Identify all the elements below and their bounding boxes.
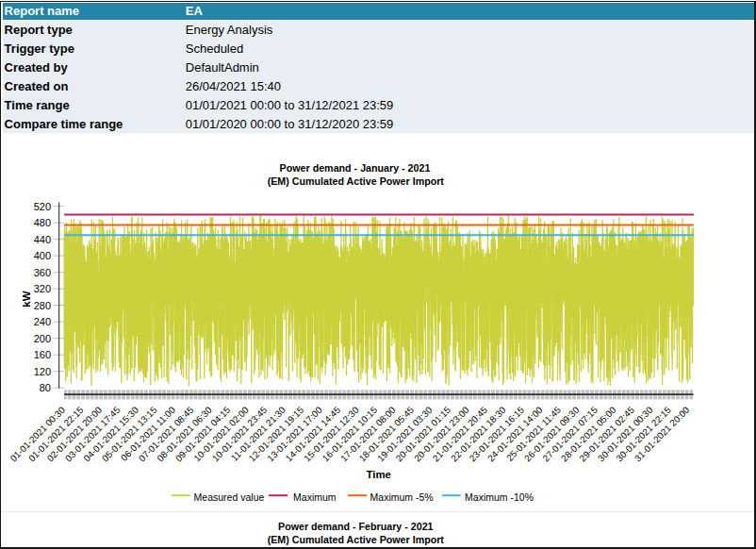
svg-text:160: 160: [34, 349, 51, 360]
svg-text:kW: kW: [21, 291, 32, 307]
svg-text:240: 240: [34, 316, 51, 327]
svg-text:320: 320: [34, 283, 51, 294]
svg-text:Power demand - February - 2021: Power demand - February - 2021: [278, 521, 434, 532]
svg-text:(EM) Cumulated Active Power Im: (EM) Cumulated Active Power Import: [268, 534, 445, 545]
svg-text:360: 360: [34, 266, 51, 277]
svg-text:Maximum: Maximum: [293, 491, 337, 503]
svg-text:520: 520: [34, 200, 51, 211]
svg-text:280: 280: [34, 299, 51, 310]
svg-text:120: 120: [34, 365, 51, 376]
svg-text:80: 80: [40, 382, 51, 393]
svg-text:Power demand - January - 2021: Power demand - January - 2021: [280, 162, 431, 174]
svg-text:440: 440: [34, 233, 51, 244]
svg-text:400: 400: [34, 250, 51, 261]
svg-text:Measured value: Measured value: [194, 491, 265, 503]
svg-text:Maximum -10%: Maximum -10%: [465, 491, 534, 503]
svg-text:480: 480: [34, 217, 51, 228]
svg-text:Time: Time: [367, 468, 391, 479]
svg-text:Maximum -5%: Maximum -5%: [370, 491, 434, 503]
svg-text:(EM) Cumulated Active Power Im: (EM) Cumulated Active Power Import: [268, 175, 445, 187]
svg-text:200: 200: [34, 332, 51, 343]
